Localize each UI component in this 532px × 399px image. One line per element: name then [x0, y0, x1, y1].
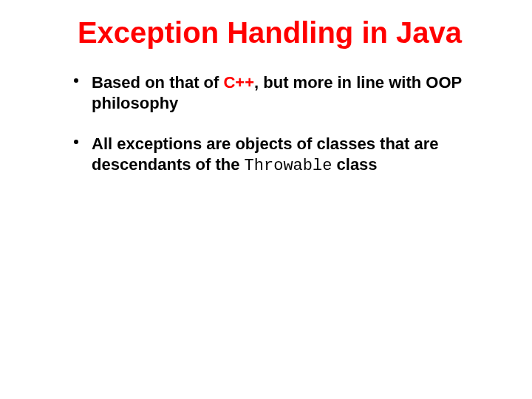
throwable-code: Throwable — [245, 157, 332, 175]
list-item: All exceptions are objects of classes th… — [74, 134, 495, 176]
list-item: Based on that of C++, but more in line w… — [74, 72, 495, 113]
bullet-icon — [74, 140, 78, 144]
bullet-text-suffix: class — [332, 155, 377, 174]
bullet-icon — [74, 78, 78, 83]
bullet-list: Based on that of C++, but more in line w… — [44, 72, 495, 176]
slide-title: Exception Handling in Java — [44, 15, 495, 50]
cpp-highlight: C++ — [223, 73, 254, 92]
bullet-text-prefix: Based on that of — [92, 73, 223, 92]
